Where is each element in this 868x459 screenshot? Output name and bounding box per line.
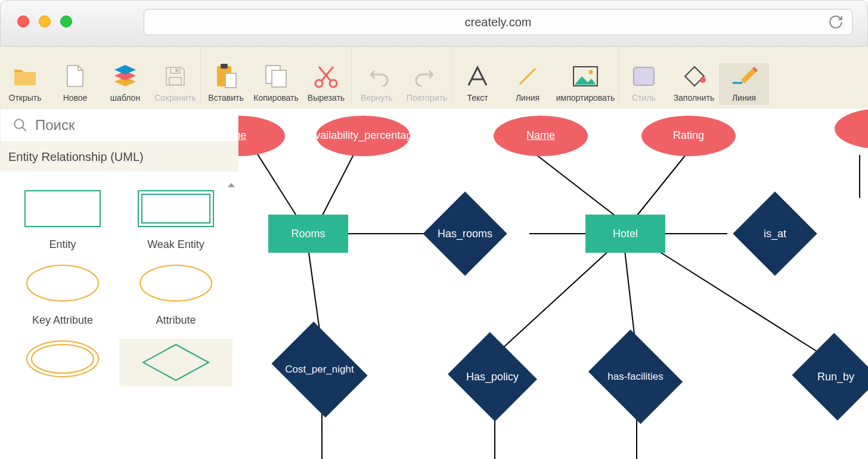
paste-label: Вставить xyxy=(208,93,243,103)
template-label: шаблон xyxy=(110,93,140,103)
redo-button[interactable]: Повторить xyxy=(402,63,452,105)
address-bar[interactable]: creately.com xyxy=(144,9,852,35)
shape-attribute[interactable]: Attribute xyxy=(119,263,232,327)
relationship-shape-icon xyxy=(137,339,215,386)
shape-attribute-label: Attribute xyxy=(156,314,196,327)
import-button[interactable]: импортировать xyxy=(553,63,618,105)
shape-row3-a[interactable] xyxy=(6,339,119,386)
close-window-button[interactable] xyxy=(17,15,29,27)
svg-line-26 xyxy=(632,155,686,222)
import-label: импортировать xyxy=(556,93,615,103)
svg-rect-16 xyxy=(138,191,213,227)
undo-label: Вернуть xyxy=(361,93,392,103)
address-url: creately.com xyxy=(465,15,532,29)
entity-hotel[interactable]: Hotel xyxy=(585,215,665,253)
entity-shape-icon xyxy=(24,190,101,228)
svg-rect-2 xyxy=(169,77,181,85)
svg-rect-1 xyxy=(175,69,178,72)
search-icon xyxy=(13,117,28,133)
scissors-icon xyxy=(314,63,338,89)
shape-category-header[interactable]: Entity Relationship (UML) xyxy=(0,142,238,172)
new-button[interactable]: Новое xyxy=(50,63,100,105)
rel-is-at[interactable]: is_at xyxy=(745,204,805,263)
shape-key-attribute[interactable]: Key Attribute xyxy=(6,263,119,327)
line-label: Линия xyxy=(516,93,540,103)
template-button[interactable]: шаблон xyxy=(100,63,150,105)
style-label: Стиль xyxy=(632,93,656,103)
svg-rect-5 xyxy=(225,73,236,88)
open-label: Открыть xyxy=(9,93,42,103)
paste-button[interactable]: Вставить xyxy=(201,63,251,105)
shape-key-attribute-label: Key Attribute xyxy=(32,314,93,327)
svg-point-20 xyxy=(27,341,98,377)
shape-row3-b[interactable] xyxy=(119,339,232,386)
undo-button[interactable]: Вернуть xyxy=(352,63,402,105)
attr-rating[interactable]: Rating xyxy=(641,116,736,156)
line2-label: Линия xyxy=(732,93,756,103)
text-a-icon xyxy=(466,63,489,89)
fill-button[interactable]: Заполнить xyxy=(669,63,719,105)
cut-button[interactable]: Вырезать xyxy=(301,63,351,105)
svg-rect-4 xyxy=(221,64,228,69)
svg-point-13 xyxy=(700,77,706,83)
multivalue-attr-shape-icon xyxy=(24,339,101,379)
search-input[interactable] xyxy=(34,116,215,134)
new-label: Новое xyxy=(63,93,88,103)
svg-point-18 xyxy=(27,265,98,301)
line-tool-button[interactable]: Линия xyxy=(503,63,553,105)
save-label: Сохранить xyxy=(154,93,196,103)
rel-has-policy[interactable]: Has_policy xyxy=(459,347,526,407)
shape-search xyxy=(0,108,238,142)
svg-rect-15 xyxy=(25,191,100,227)
diagram-canvas[interactable]: ype Availability_percentage Name Rating … xyxy=(238,108,868,459)
redo-icon xyxy=(415,63,439,89)
svg-line-31 xyxy=(495,250,609,355)
copy-icon xyxy=(265,63,287,89)
fill-label: Заполнить xyxy=(674,93,715,103)
minimize-window-button[interactable] xyxy=(39,15,51,27)
svg-rect-17 xyxy=(142,194,210,223)
window-controls xyxy=(17,15,72,27)
cut-label: Вырезать xyxy=(308,93,345,103)
line-style-button[interactable]: Линия xyxy=(719,63,769,105)
rel-has-rooms[interactable]: Has_rooms xyxy=(435,204,495,263)
line-icon xyxy=(516,63,539,89)
rel-has-facilities[interactable]: has-facilities xyxy=(599,347,672,407)
copy-button[interactable]: Копировать xyxy=(251,63,301,105)
attribute-shape-icon xyxy=(137,263,215,303)
new-file-icon xyxy=(66,63,85,89)
image-icon xyxy=(572,63,599,89)
text-label: Текст xyxy=(467,93,488,103)
rel-run-by[interactable]: Run_by xyxy=(804,347,868,407)
shapes-list: Entity Weak Entity Key Attribute Attribu… xyxy=(0,172,238,404)
svg-point-19 xyxy=(140,265,212,301)
scroll-up-icon[interactable] xyxy=(227,180,236,191)
shape-panel: Entity Relationship (UML) Entity Weak En… xyxy=(0,108,238,459)
rel-cost-per-night[interactable]: Cost_per_night xyxy=(281,340,358,399)
style-button[interactable]: Стиль xyxy=(619,63,669,105)
svg-line-25 xyxy=(537,155,623,222)
attr-availability[interactable]: Availability_percentage xyxy=(316,116,410,156)
maximize-window-button[interactable] xyxy=(60,15,72,27)
text-tool-button[interactable]: Текст xyxy=(452,63,503,105)
layers-icon xyxy=(113,63,138,89)
redo-label: Повторить xyxy=(407,93,447,103)
open-button[interactable]: Открыть xyxy=(0,63,50,105)
toolbar: Открыть Новое шаблон Сохранить Вставит xyxy=(0,46,868,108)
svg-point-11 xyxy=(589,70,593,75)
browser-bar: creately.com xyxy=(0,0,868,46)
svg-point-14 xyxy=(14,119,23,128)
save-button[interactable]: Сохранить xyxy=(150,63,200,105)
weak-entity-shape-icon xyxy=(137,190,215,228)
shape-entity[interactable]: Entity xyxy=(6,190,119,251)
shape-weak-entity[interactable]: Weak Entity xyxy=(119,190,232,251)
shape-weak-entity-label: Weak Entity xyxy=(147,238,204,251)
folder-icon xyxy=(13,63,37,89)
reload-icon[interactable] xyxy=(828,14,844,30)
svg-point-21 xyxy=(32,345,94,373)
attr-name[interactable]: Name xyxy=(494,116,588,156)
clipboard-icon xyxy=(215,63,237,89)
entity-rooms[interactable]: Rooms xyxy=(268,215,348,253)
fill-bucket-icon xyxy=(681,63,706,89)
style-square-icon xyxy=(632,63,656,89)
